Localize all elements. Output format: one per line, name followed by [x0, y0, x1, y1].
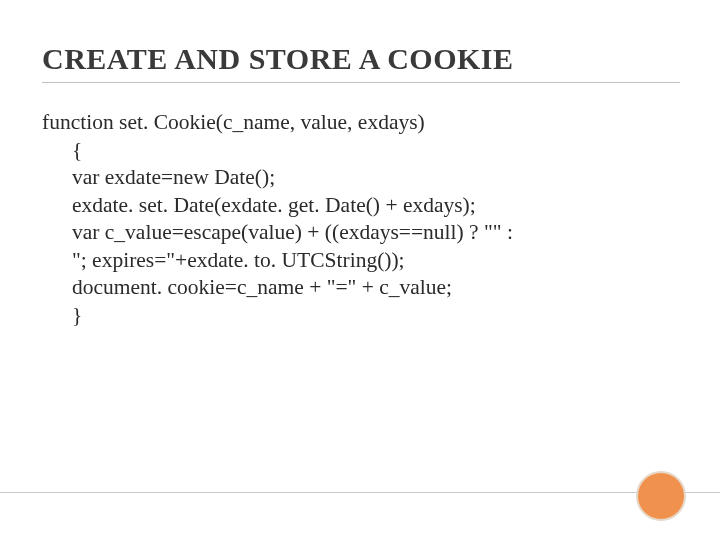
- code-signature: function set. Cookie(c_name, value, exda…: [42, 109, 680, 137]
- code-block: { var exdate=new Date(); exdate. set. Da…: [42, 137, 680, 330]
- accent-circle-icon: [636, 471, 686, 521]
- code-line: }: [72, 302, 680, 330]
- code-line: "; expires="+exdate. to. UTCString());: [72, 247, 680, 275]
- code-line: var exdate=new Date();: [72, 164, 680, 192]
- code-line: exdate. set. Date(exdate. get. Date() + …: [72, 192, 680, 220]
- slide: CREATE AND STORE A COOKIE function set. …: [0, 0, 720, 540]
- code-body: function set. Cookie(c_name, value, exda…: [42, 109, 680, 329]
- code-line: {: [72, 137, 680, 165]
- code-line: document. cookie=c_name + "=" + c_value;: [72, 274, 680, 302]
- slide-title: CREATE AND STORE A COOKIE: [42, 42, 680, 76]
- title-underline: [42, 82, 680, 83]
- code-line: var c_value=escape(value) + ((exdays==nu…: [72, 219, 680, 247]
- bottom-rule: [0, 492, 720, 493]
